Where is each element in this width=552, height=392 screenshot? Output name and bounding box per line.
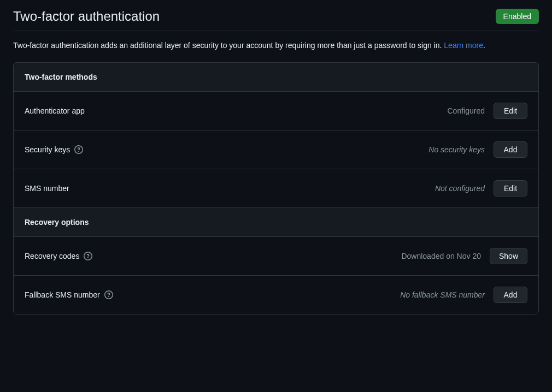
add-fallback-sms-button[interactable]: Add bbox=[494, 287, 527, 303]
info-icon[interactable] bbox=[104, 290, 113, 299]
method-status: No security keys bbox=[428, 145, 485, 154]
add-security-key-button[interactable]: Add bbox=[494, 141, 527, 158]
method-row-authenticator: Authenticator app Configured Edit bbox=[14, 92, 538, 130]
method-status: Not configured bbox=[435, 184, 485, 193]
description-suffix: . bbox=[483, 41, 485, 50]
recovery-row-codes: Recovery codes Downloaded on Nov 20 Show bbox=[14, 237, 538, 276]
method-row-sms: SMS number Not configured Edit bbox=[14, 169, 538, 208]
page-title: Two-factor authentication bbox=[13, 9, 160, 24]
info-icon[interactable] bbox=[74, 145, 83, 154]
recovery-label: Recovery codes bbox=[25, 252, 79, 260]
method-label: Security keys bbox=[25, 145, 70, 154]
method-label: Authenticator app bbox=[25, 106, 85, 115]
method-label: SMS number bbox=[25, 184, 69, 193]
recovery-status: No fallback SMS number bbox=[400, 290, 485, 299]
recovery-heading: Recovery options bbox=[14, 208, 538, 237]
recovery-label: Fallback SMS number bbox=[25, 290, 100, 299]
page-description: Two-factor authentication adds an additi… bbox=[13, 40, 539, 51]
method-row-security-keys: Security keys No security keys Add bbox=[14, 130, 538, 169]
info-icon[interactable] bbox=[84, 252, 92, 260]
methods-heading: Two-factor methods bbox=[14, 63, 538, 92]
method-status: Configured bbox=[448, 106, 485, 115]
show-recovery-codes-button[interactable]: Show bbox=[490, 248, 527, 264]
status-badge: Enabled bbox=[496, 9, 539, 24]
edit-authenticator-button[interactable]: Edit bbox=[494, 103, 527, 119]
page-header: Two-factor authentication Enabled bbox=[13, 9, 539, 31]
description-text: Two-factor authentication adds an additi… bbox=[13, 41, 444, 50]
learn-more-link[interactable]: Learn more bbox=[444, 41, 483, 50]
recovery-status: Downloaded on Nov 20 bbox=[401, 252, 481, 260]
settings-panel: Two-factor methods Authenticator app Con… bbox=[13, 62, 539, 314]
recovery-row-fallback-sms: Fallback SMS number No fallback SMS numb… bbox=[14, 276, 538, 314]
edit-sms-button[interactable]: Edit bbox=[494, 180, 527, 197]
